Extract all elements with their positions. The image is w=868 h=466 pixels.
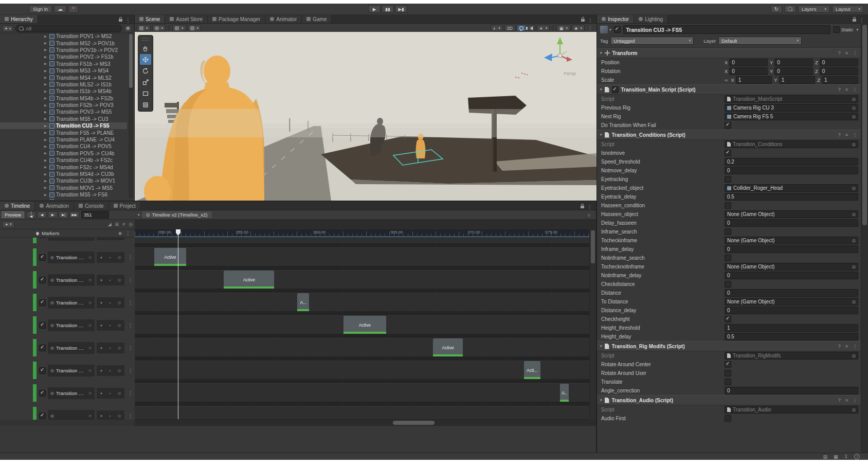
tab-bottom-timeline[interactable]: Timeline xyxy=(0,202,35,210)
tab-scene-package-manager[interactable]: Package Manager xyxy=(208,15,265,23)
foldout-icon[interactable]: ▾ xyxy=(600,133,602,137)
gizmos-dropdown[interactable]: ◈▾ xyxy=(572,25,585,31)
orientation-gizmo[interactable] xyxy=(541,35,579,73)
track-enabled-checkbox[interactable] xyxy=(39,390,46,397)
mute-icon[interactable]: ◉ xyxy=(118,231,122,236)
field-checkbox[interactable] xyxy=(725,379,731,385)
track-name-box[interactable]: ◎Transition PLANE -> CU4☼ xyxy=(48,297,95,309)
track-transition-pov5-cu4b[interactable]: ◎Transition POV5 -> CU4b☼●▪◎⋮ xyxy=(0,338,135,357)
object-reference-field[interactable]: None (Game Object)⊙ xyxy=(725,263,858,271)
scrollbar-handle[interactable] xyxy=(393,421,435,425)
tab-scene-game[interactable]: Game xyxy=(302,15,332,23)
track-lane[interactable] xyxy=(135,237,589,243)
more-menu-icon[interactable]: ⋮ xyxy=(124,17,132,23)
axis-input[interactable]: 0 xyxy=(820,59,858,66)
layers-dropdown[interactable]: Layers▾ xyxy=(798,5,830,13)
lock-icon[interactable]: ▪ xyxy=(110,300,111,305)
hierarchy-item-transition-mls2-is1b[interactable]: ▶Transition MLS2 -> IS1b xyxy=(0,81,127,88)
axis-input[interactable]: 0 xyxy=(774,59,813,66)
scene-effects-dropdown[interactable]: ∗▾ xyxy=(537,25,550,31)
hierarchy-item-transition-ms4-mls2[interactable]: ▶Transition MS4 -> MLS2 xyxy=(0,74,127,81)
hierarchy-item-transition-cu3b-mov1[interactable]: ▶Transition CU3b -> MOV1 xyxy=(0,177,127,184)
foldout-icon[interactable]: ▶ xyxy=(44,158,48,163)
object-reference-field[interactable]: Transition_Audio⊙ xyxy=(725,406,858,414)
foldout-icon[interactable]: ▶ xyxy=(44,193,48,197)
foldout-icon[interactable]: ▶ xyxy=(44,165,48,169)
value-input[interactable]: 0 xyxy=(725,307,858,314)
object-reference-field[interactable]: Transition_RigModifs⊙ xyxy=(725,352,858,360)
object-reference-field[interactable]: Collider_Roger_Head⊙ xyxy=(725,184,858,192)
curves-view-icon[interactable]: ◢ xyxy=(108,222,112,227)
value-input[interactable]: 0 xyxy=(725,167,858,174)
scene-lighting-toggle[interactable] xyxy=(517,25,526,31)
foldout-icon[interactable]: ▶ xyxy=(44,89,48,94)
sign-in-button[interactable]: Sign in xyxy=(29,5,52,13)
mute-icon[interactable]: ◎ xyxy=(118,391,121,396)
presets-icon[interactable]: ≡ xyxy=(844,87,849,92)
link-scale-icon[interactable]: ∞ xyxy=(725,78,728,83)
play-button[interactable]: ▶ xyxy=(368,5,381,13)
track-transition-ms5-cu3[interactable]: ◎Transition MS5 -> CU3☼●▪◎⋮ xyxy=(0,238,135,244)
foldout-icon[interactable]: ▶ xyxy=(44,110,48,114)
tab-bottom-console[interactable]: Console xyxy=(74,202,109,210)
record-icon[interactable]: ● xyxy=(100,300,103,305)
axis-input[interactable]: 1 xyxy=(736,76,772,84)
hand-tool-button[interactable] xyxy=(140,43,151,53)
object-reference-field[interactable]: Transition_Conditions⊙ xyxy=(725,140,858,148)
foldout-icon[interactable]: ▶ xyxy=(44,41,48,45)
track-name-box[interactable]: ◎Transition CU3 -> FS5☼ xyxy=(48,252,95,263)
track-enabled-checkbox[interactable] xyxy=(39,345,46,351)
field-checkbox[interactable] xyxy=(725,255,731,261)
foldout-icon[interactable]: ▶ xyxy=(44,55,48,59)
value-input[interactable]: 0.2 xyxy=(725,158,858,166)
track-lane[interactable]: Active xyxy=(135,315,589,334)
timeline-selector-icon[interactable]: ▾ xyxy=(138,213,140,217)
track-lane[interactable]: Active xyxy=(135,270,589,289)
axis-input[interactable]: 0 xyxy=(729,67,768,75)
foldout-icon[interactable]: ▶ xyxy=(44,69,48,73)
hierarchy-item-transition-pov2-fs1b[interactable]: ▶Transition POV2 -> FS1b xyxy=(0,53,127,60)
hierarchy-scrollbar[interactable] xyxy=(129,33,133,199)
lock-icon[interactable] xyxy=(119,19,122,22)
gear-icon[interactable]: ☼ xyxy=(88,390,92,396)
object-reference-field[interactable]: Transition_MainScript⊙ xyxy=(725,95,858,103)
axis-input[interactable]: 0 xyxy=(820,67,858,75)
mute-icon[interactable]: ◎ xyxy=(118,414,121,418)
foldout-icon[interactable]: ▶ xyxy=(44,76,48,80)
timeline-clip-active[interactable]: Active xyxy=(433,338,463,356)
record-icon[interactable]: ● xyxy=(100,414,103,418)
tab-inspector-inspector[interactable]: Inspector xyxy=(597,15,634,23)
add-object-button[interactable]: +▾ xyxy=(2,25,13,32)
presets-icon[interactable]: ≡ xyxy=(844,132,849,137)
field-checkbox[interactable] xyxy=(725,361,731,368)
value-input[interactable]: 1 xyxy=(725,324,858,332)
object-picker-icon[interactable]: ⊙ xyxy=(852,299,856,304)
lock-icon[interactable]: ▪ xyxy=(110,323,111,328)
record-icon[interactable]: ● xyxy=(100,278,103,282)
timeline-clip-a[interactable]: A.. xyxy=(560,384,569,402)
lock-icon[interactable]: ▪ xyxy=(110,346,111,350)
gear-icon[interactable]: ☼ xyxy=(88,277,92,282)
mute-icon[interactable]: ◎ xyxy=(118,368,121,373)
more-menu-icon[interactable]: ⋮ xyxy=(126,413,135,419)
hierarchy-item-transition-pov5-cu4b[interactable]: ▶Transition POV5 -> CU4b xyxy=(0,150,127,157)
object-picker-icon[interactable]: ⊙ xyxy=(852,238,856,243)
foldout-icon[interactable]: ▶ xyxy=(44,179,48,183)
more-menu-icon[interactable]: ⋮ xyxy=(126,300,135,306)
field-checkbox[interactable] xyxy=(725,202,731,209)
lock-icon[interactable] xyxy=(581,206,584,208)
hierarchy-item-transition-fs2b-pov3[interactable]: ▶Transition FS2b -> POV3 xyxy=(0,102,127,109)
track-transition-fs5-plane[interactable]: ◎Transition FS5 -> PLANE☼●▪◎⋮ xyxy=(0,271,135,289)
tag-dropdown[interactable]: Untagged▾ xyxy=(610,37,694,45)
value-input[interactable]: 0 xyxy=(725,387,858,395)
tab-inspector-lighting[interactable]: Lighting xyxy=(634,15,668,23)
field-checkbox[interactable] xyxy=(725,316,731,322)
foldout-icon[interactable]: ▶ xyxy=(44,172,48,176)
more-menu-icon[interactable]: ⋮ xyxy=(124,230,132,236)
field-checkbox[interactable] xyxy=(725,176,731,183)
object-picker-icon[interactable]: ⊙ xyxy=(852,212,856,217)
object-picker-icon[interactable]: ⊙ xyxy=(852,353,856,359)
track-transition-plane-cu4[interactable]: ◎Transition PLANE -> CU4☼●▪◎⋮ xyxy=(0,293,135,312)
shading-mode-dropdown[interactable]: ◐▾ xyxy=(491,25,503,31)
hierarchy-item-transition-fs6-cu5b[interactable]: ▶Transition FS6 -> CU5b xyxy=(0,198,127,200)
